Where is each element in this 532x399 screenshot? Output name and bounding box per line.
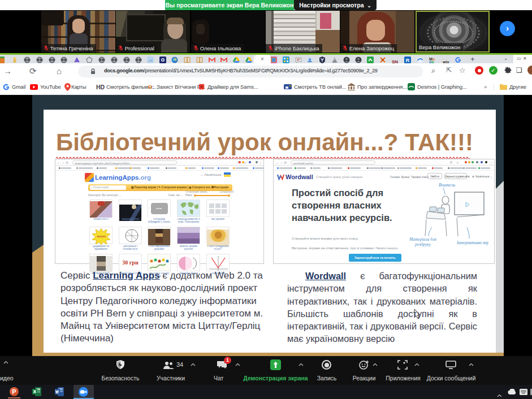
svg-text:Інтерактивні вправи: Інтерактивні вправи — [456, 240, 488, 245]
svg-text:роздруку: роздруку — [414, 242, 431, 247]
svg-text:R: R — [406, 58, 410, 63]
svg-text:Матеріали для: Матеріали для — [409, 237, 436, 242]
svg-text:Вчитель: Вчитель — [439, 183, 455, 188]
svg-text:зверни: зверни — [97, 235, 106, 238]
